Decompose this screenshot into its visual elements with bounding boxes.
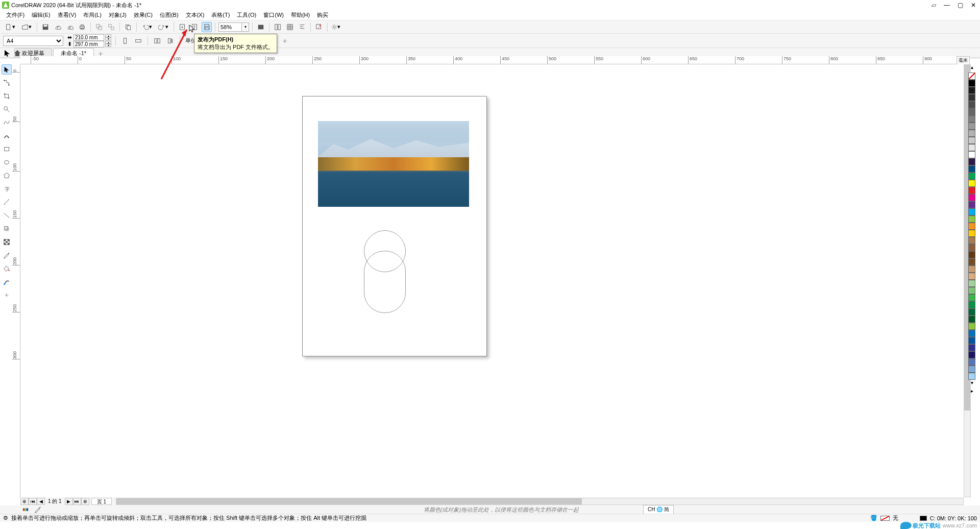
color-swatch[interactable]	[968, 273, 975, 280]
export-button[interactable]	[189, 22, 200, 32]
zoom-tool[interactable]	[2, 104, 12, 114]
color-swatch[interactable]	[968, 101, 975, 108]
ellipse-tool[interactable]	[2, 157, 12, 167]
publish-pdf-button[interactable]: PDF	[202, 22, 212, 32]
cloud-up-button[interactable]	[53, 22, 63, 32]
color-swatch[interactable]	[968, 130, 975, 137]
canvas[interactable]	[20, 64, 964, 497]
eyedropper-tool[interactable]	[2, 250, 12, 260]
color-swatch[interactable]	[968, 173, 975, 180]
last-page-button[interactable]: ⏭	[73, 498, 81, 505]
color-swatch[interactable]	[968, 223, 975, 230]
color-swatch[interactable]	[968, 301, 975, 308]
color-swatch[interactable]	[968, 201, 975, 208]
color-swatch[interactable]	[968, 366, 975, 373]
parallel-dim-tool[interactable]	[2, 197, 12, 207]
menu-view[interactable]: 查看(V)	[55, 10, 80, 20]
color-swatch[interactable]	[968, 123, 975, 130]
color-swatch[interactable]	[968, 108, 975, 115]
color-swatch[interactable]	[968, 294, 975, 301]
color-swatch[interactable]	[968, 194, 975, 201]
undo-button[interactable]: ▾	[140, 22, 154, 32]
color-swatch[interactable]	[968, 330, 975, 337]
prev-page-button[interactable]: ◀	[37, 498, 45, 505]
palette-down-icon[interactable]: ▾	[971, 380, 973, 388]
color-swatch[interactable]	[968, 137, 975, 144]
color-indicator[interactable]	[920, 516, 927, 521]
drop-shadow-tool[interactable]	[2, 224, 12, 234]
new-button[interactable]: ▾	[3, 22, 17, 32]
color-swatch[interactable]	[968, 237, 975, 244]
color-swatch[interactable]	[968, 80, 975, 87]
zoom-dropdown-icon[interactable]: ▾	[242, 22, 249, 32]
pick-arrow-icon[interactable]	[3, 49, 11, 57]
save-button[interactable]	[40, 22, 51, 32]
maximize-icon[interactable]: ▢	[955, 2, 965, 9]
menu-layout[interactable]: 布局(L)	[80, 10, 104, 20]
color-swatch[interactable]	[968, 115, 975, 123]
copy-button[interactable]	[123, 22, 133, 32]
zoom-input[interactable]	[218, 22, 242, 32]
menu-help[interactable]: 帮助(H)	[288, 10, 313, 20]
add-page-after-button[interactable]: ⊕	[81, 498, 89, 505]
page-width-input[interactable]	[74, 34, 104, 41]
color-swatch[interactable]	[968, 230, 975, 237]
color-swatch[interactable]	[968, 87, 975, 94]
color-swatch[interactable]	[968, 244, 975, 251]
break-button[interactable]	[106, 22, 116, 32]
freehand-tool[interactable]	[2, 117, 12, 128]
color-swatch[interactable]	[968, 358, 975, 366]
fill-tool[interactable]	[2, 263, 12, 274]
zoom-combo[interactable]: ▾	[218, 22, 249, 32]
transparency-tool[interactable]	[2, 237, 12, 247]
color-swatch[interactable]	[968, 308, 975, 316]
all-pages-button[interactable]	[152, 36, 162, 46]
print-button[interactable]	[77, 22, 87, 32]
polygon-tool[interactable]	[2, 171, 12, 181]
color-swatch[interactable]	[968, 316, 975, 323]
menu-buy[interactable]: 购买	[314, 10, 331, 20]
color-swatch[interactable]	[968, 187, 975, 194]
menu-object[interactable]: 对象(J)	[106, 10, 130, 20]
page-1-tab[interactable]: 页 1	[91, 498, 112, 505]
color-swatch[interactable]	[968, 266, 975, 273]
menu-table[interactable]: 表格(T)	[208, 10, 233, 20]
no-fill-indicator[interactable]	[880, 516, 890, 521]
landscape-button[interactable]	[133, 36, 143, 46]
smart-fill-tool[interactable]	[2, 277, 12, 287]
redo-button[interactable]: ▾	[156, 22, 170, 32]
menu-file[interactable]: 文件(F)	[3, 10, 28, 20]
window-float-icon[interactable]: ▱	[929, 2, 938, 9]
menu-tools[interactable]: 工具(O)	[234, 10, 259, 20]
color-swatch[interactable]	[968, 180, 975, 187]
connector-tool[interactable]	[2, 210, 12, 221]
color-swatch[interactable]	[968, 165, 975, 173]
current-page-button[interactable]	[165, 36, 176, 46]
close-icon[interactable]: ✕	[969, 2, 978, 9]
color-swatch[interactable]	[968, 251, 975, 258]
page-height-input[interactable]	[74, 41, 104, 47]
color-swatch[interactable]	[968, 208, 975, 215]
portrait-button[interactable]	[120, 36, 130, 46]
combine-button[interactable]	[94, 22, 104, 32]
minimize-icon[interactable]: —	[942, 2, 951, 9]
shape-tool[interactable]	[2, 78, 12, 88]
hint-eyedrop-icon[interactable]	[33, 504, 43, 515]
next-page-button[interactable]: ▶	[65, 498, 73, 505]
add-page-button[interactable]: ⊕	[20, 498, 29, 505]
menu-effect[interactable]: 效果(C)	[131, 10, 156, 20]
artistic-tool[interactable]	[2, 131, 12, 141]
snap-button[interactable]	[273, 22, 283, 32]
circle-shape[interactable]	[364, 230, 406, 272]
menu-edit[interactable]: 编辑(E)	[29, 10, 54, 20]
color-swatch[interactable]	[968, 258, 975, 266]
menu-text[interactable]: 文本(X)	[183, 10, 208, 20]
text-tool[interactable]: 字	[2, 184, 12, 194]
grid-button[interactable]	[285, 22, 295, 32]
color-swatch[interactable]	[968, 337, 975, 344]
color-swatch[interactable]	[968, 344, 975, 351]
add-property-button[interactable]: +	[280, 36, 289, 45]
options-button[interactable]: ▾	[331, 22, 341, 32]
color-swatch[interactable]	[968, 287, 975, 294]
align-button[interactable]	[297, 22, 307, 32]
